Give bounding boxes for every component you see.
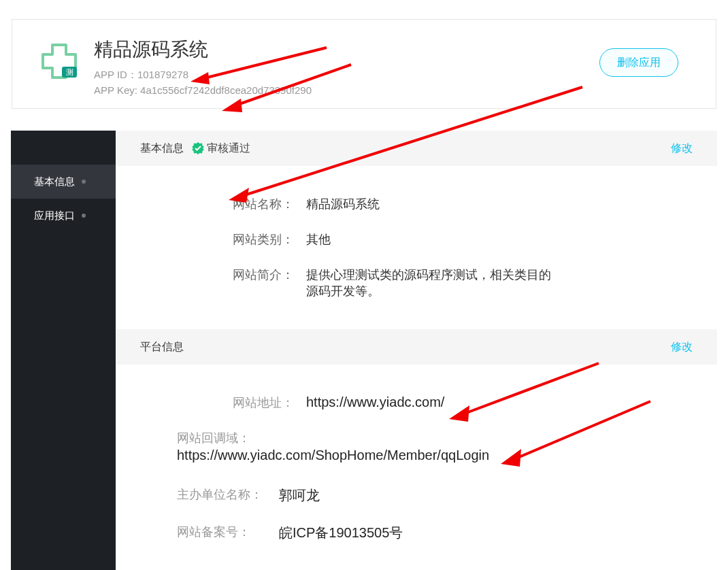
app-header-card: 测 精品源码系统 APP ID：101879278 APP Key: 4a1c5… — [12, 19, 716, 109]
field-row-icp: 网站备案号： 皖ICP备19013505号 — [116, 514, 717, 552]
field-row-site-type: 网站类别： 其他 — [116, 222, 717, 257]
field-label: 网站名称： — [170, 196, 306, 212]
field-label: 网站备案号： — [177, 524, 279, 542]
field-value-callback: https://www.yiadc.com/ShopHome/Member/qq… — [116, 448, 717, 477]
field-value: 皖ICP备19013505号 — [279, 524, 578, 542]
field-value: 其他 — [306, 231, 606, 248]
app-title-block: 精品源码系统 APP ID：101879278 APP Key: 4a1c556… — [94, 40, 312, 96]
field-value: 提供心理测试类的源码程序测试，相关类目的源码开发等。 — [306, 267, 606, 299]
sidebar-item-api[interactable]: 应用接口 — [11, 199, 116, 233]
field-row-site-desc: 网站简介： 提供心理测试类的源码程序测试，相关类目的源码开发等。 — [116, 257, 717, 309]
sidebar-spacer — [11, 131, 116, 165]
dot-icon — [82, 214, 86, 218]
status-text: 审核通过 — [207, 141, 250, 156]
field-row-callback-label: 网站回调域： — [116, 420, 717, 448]
section-bar-title: 基本信息 — [140, 141, 184, 156]
sidebar-item-label: 基本信息 — [34, 175, 75, 188]
lower-pane: 基本信息 应用接口 基本信息 审核通过 修改 网站名称： 精品源码系统 — [11, 131, 717, 570]
app-key-value: 4a1c556cf7242ddf8cea20d73390f290 — [140, 84, 312, 96]
field-label: 网站回调域： — [177, 430, 263, 446]
modify-link-basic[interactable]: 修改 — [671, 141, 693, 156]
content-pane: 基本信息 审核通过 修改 网站名称： 精品源码系统 网站类别： 其他 网站简介： — [116, 131, 717, 570]
delete-app-button[interactable]: 删除应用 — [599, 48, 678, 77]
field-label: 主办单位名称： — [177, 486, 279, 505]
section-bar-platform: 平台信息 修改 — [116, 329, 717, 365]
app-key-row: APP Key: 4a1c556cf7242ddf8cea20d73390f29… — [94, 84, 312, 96]
field-label: 网站类别： — [170, 231, 306, 248]
field-label: 网站简介： — [170, 267, 306, 299]
delete-app-label: 删除应用 — [617, 56, 661, 70]
field-label: 网站地址： — [170, 395, 306, 411]
platform-fields: 网站地址： https://www.yiadc.com/ 网站回调域： http… — [116, 365, 717, 570]
basic-fields: 网站名称： 精品源码系统 网站类别： 其他 网站简介： 提供心理测试类的源码程序… — [116, 166, 717, 329]
svg-text:测: 测 — [66, 68, 73, 76]
modify-link-platform[interactable]: 修改 — [671, 340, 693, 354]
app-id-row: APP ID：101879278 — [94, 69, 312, 82]
section-bar-basic: 基本信息 审核通过 修改 — [116, 131, 717, 166]
app-title: 精品源码系统 — [94, 40, 312, 59]
section-bar-title: 平台信息 — [140, 340, 184, 354]
app-key-label: APP Key: — [94, 84, 140, 96]
app-icon: 测 — [33, 35, 86, 88]
dot-icon — [82, 180, 86, 184]
field-row-org: 主办单位名称： 郭呵龙 — [116, 477, 717, 514]
check-badge-icon — [192, 142, 204, 154]
field-value: 精品源码系统 — [306, 196, 606, 212]
sidebar-item-basic[interactable]: 基本信息 — [11, 165, 116, 199]
app-id-label: APP ID： — [94, 69, 137, 80]
sidebar-item-label: 应用接口 — [34, 209, 75, 222]
field-row-site-name: 网站名称： 精品源码系统 — [116, 186, 717, 222]
status-badge: 审核通过 — [192, 141, 250, 156]
field-value: https://www.yiadc.com/ — [306, 395, 606, 411]
field-value: 郭呵龙 — [279, 486, 578, 505]
field-row-site-url: 网站地址： https://www.yiadc.com/ — [116, 385, 717, 420]
app-id-value: 101879278 — [137, 69, 188, 80]
sidebar: 基本信息 应用接口 — [11, 131, 116, 570]
